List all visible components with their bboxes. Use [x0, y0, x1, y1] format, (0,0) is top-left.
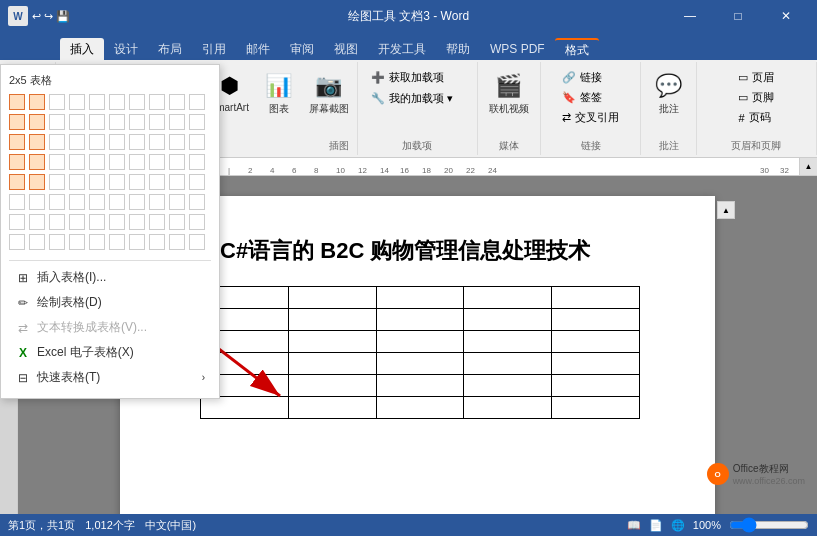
table-grid-cell[interactable] — [149, 174, 165, 190]
tab-format[interactable]: 格式 — [555, 38, 599, 60]
get-addins-button[interactable]: ➕ 获取加载项 — [367, 68, 467, 87]
table-grid-cell[interactable] — [189, 194, 205, 210]
pageno-button[interactable]: # 页码 — [734, 108, 774, 127]
table-grid-cell[interactable] — [49, 214, 65, 230]
zoom-slider[interactable] — [729, 517, 809, 533]
table-grid-cell[interactable] — [129, 134, 145, 150]
table-grid-cell[interactable] — [9, 94, 25, 110]
close-button[interactable]: ✕ — [763, 0, 809, 32]
table-grid-cell[interactable] — [129, 194, 145, 210]
table-grid-cell[interactable] — [9, 194, 25, 210]
table-grid-cell[interactable] — [149, 234, 165, 250]
table-grid-cell[interactable] — [9, 234, 25, 250]
table-grid-cell[interactable] — [69, 114, 85, 130]
tab-review[interactable]: 审阅 — [280, 38, 324, 60]
table-grid-cell[interactable] — [129, 214, 145, 230]
table-grid-cell[interactable] — [189, 174, 205, 190]
header-button[interactable]: ▭ 页眉 — [734, 68, 778, 87]
table-grid-cell[interactable] — [169, 214, 185, 230]
table-grid-cell[interactable] — [49, 154, 65, 170]
table-grid-cell[interactable] — [189, 214, 205, 230]
tab-design[interactable]: 设计 — [104, 38, 148, 60]
tab-developer[interactable]: 开发工具 — [368, 38, 436, 60]
table-grid-cell[interactable] — [189, 234, 205, 250]
bookmark-button[interactable]: 🔖 签签 — [558, 88, 606, 107]
table-grid-cell[interactable] — [29, 94, 45, 110]
table-grid-cell[interactable] — [109, 94, 125, 110]
table-grid-cell[interactable] — [189, 114, 205, 130]
table-grid-cell[interactable] — [9, 214, 25, 230]
table-grid-cell[interactable] — [49, 134, 65, 150]
table-grid-cell[interactable] — [109, 194, 125, 210]
view-icon-read[interactable]: 📖 — [627, 519, 641, 532]
table-grid-cell[interactable] — [89, 214, 105, 230]
table-grid-cell[interactable] — [69, 134, 85, 150]
table-grid-cell[interactable] — [89, 94, 105, 110]
table-grid-cell[interactable] — [9, 114, 25, 130]
table-grid-cell[interactable] — [149, 194, 165, 210]
table-grid-cell[interactable] — [169, 234, 185, 250]
table-grid-cell[interactable] — [109, 114, 125, 130]
excel-table-menu-item[interactable]: X Excel 电子表格(X) — [9, 340, 211, 365]
link-button[interactable]: 🔗 链接 — [558, 68, 606, 87]
table-grid-cell[interactable] — [49, 194, 65, 210]
tab-help[interactable]: 帮助 — [436, 38, 480, 60]
table-grid-cell[interactable] — [29, 234, 45, 250]
table-grid-cell[interactable] — [69, 174, 85, 190]
screenshot-button[interactable]: 📷 屏幕截图 — [305, 68, 353, 118]
table-grid-cell[interactable] — [69, 194, 85, 210]
table-grid-cell[interactable] — [129, 174, 145, 190]
cross-ref-button[interactable]: ⇄ 交叉引用 — [558, 108, 623, 127]
table-grid-cell[interactable] — [29, 174, 45, 190]
page-scroll-btn[interactable]: ▲ — [717, 201, 735, 219]
my-addins-button[interactable]: 🔧 我的加载项 ▾ — [367, 89, 467, 108]
tab-view[interactable]: 视图 — [324, 38, 368, 60]
table-grid-cell[interactable] — [109, 214, 125, 230]
table-grid-cell[interactable] — [129, 234, 145, 250]
tab-insert[interactable]: 插入 — [60, 38, 104, 60]
table-grid-cell[interactable] — [109, 154, 125, 170]
table-grid-cell[interactable] — [149, 94, 165, 110]
table-grid-cell[interactable] — [89, 134, 105, 150]
maximize-button[interactable]: □ — [715, 0, 761, 32]
table-grid-cell[interactable] — [89, 174, 105, 190]
table-grid-cell[interactable] — [89, 114, 105, 130]
minimize-button[interactable]: — — [667, 0, 713, 32]
table-grid-cell[interactable] — [89, 234, 105, 250]
draw-table-menu-item[interactable]: ✏ 绘制表格(D) — [9, 290, 211, 315]
table-grid-cell[interactable] — [69, 234, 85, 250]
view-icon-print[interactable]: 📄 — [649, 519, 663, 532]
table-grid-cell[interactable] — [69, 214, 85, 230]
text-to-table-menu-item[interactable]: ⇄ 文本转换成表格(V)... — [9, 315, 211, 340]
footer-button[interactable]: ▭ 页脚 — [734, 88, 778, 107]
table-grid-cell[interactable] — [149, 214, 165, 230]
table-grid-cell[interactable] — [49, 94, 65, 110]
table-grid-cell[interactable] — [89, 194, 105, 210]
table-grid-cell[interactable] — [169, 154, 185, 170]
table-grid-cell[interactable] — [29, 214, 45, 230]
table-grid-cell[interactable] — [29, 154, 45, 170]
table-grid-cell[interactable] — [49, 114, 65, 130]
table-grid-cell[interactable] — [129, 154, 145, 170]
table-grid-cell[interactable] — [69, 94, 85, 110]
table-grid-cell[interactable] — [169, 174, 185, 190]
table-grid-cell[interactable] — [49, 174, 65, 190]
table-grid-cell[interactable] — [109, 134, 125, 150]
tab-mail[interactable]: 邮件 — [236, 38, 280, 60]
table-grid-cell[interactable] — [9, 154, 25, 170]
table-grid-cell[interactable] — [149, 154, 165, 170]
table-grid-cell[interactable] — [109, 174, 125, 190]
table-grid-cell[interactable] — [129, 94, 145, 110]
table-grid-cell[interactable] — [149, 134, 165, 150]
table-grid-cell[interactable] — [129, 114, 145, 130]
comment-button[interactable]: 💬 批注 — [649, 68, 689, 118]
table-grid-cell[interactable] — [169, 94, 185, 110]
table-grid-cell[interactable] — [109, 234, 125, 250]
table-grid-cell[interactable] — [29, 114, 45, 130]
table-grid-cell[interactable] — [169, 194, 185, 210]
table-grid-cell[interactable] — [9, 174, 25, 190]
table-grid-cell[interactable] — [189, 154, 205, 170]
tab-wps-pdf[interactable]: WPS PDF — [480, 38, 555, 60]
table-grid-cell[interactable] — [189, 134, 205, 150]
table-grid-cell[interactable] — [9, 134, 25, 150]
